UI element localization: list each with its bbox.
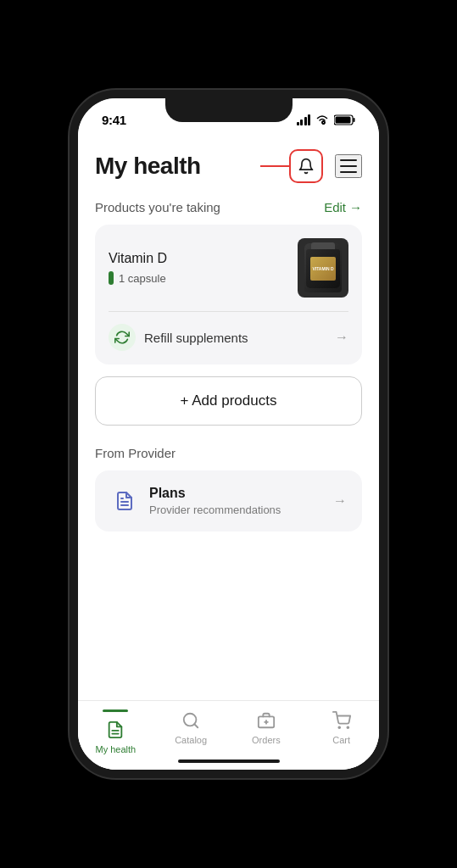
svg-line-9 [194, 724, 198, 727]
main-content: My health [78, 136, 379, 770]
product-image: VITAMIN D [298, 238, 348, 298]
screen: 9:41 [78, 98, 379, 770]
cart-icon [331, 709, 353, 732]
nav-item-cart[interactable]: Cart [304, 709, 379, 745]
phone-frame: 9:41 [70, 90, 387, 778]
refresh-icon [114, 330, 130, 345]
dosage-indicator [109, 271, 114, 285]
bottle-label-text: VITAMIN D [312, 266, 333, 272]
status-icons [297, 114, 356, 125]
home-indicator [178, 760, 280, 763]
plans-card[interactable]: Plans Provider recommendations → [95, 470, 362, 531]
refill-icon [109, 324, 136, 351]
bottle-label: VITAMIN D [310, 257, 336, 281]
plans-chevron-icon: → [333, 493, 347, 509]
product-row: Vitamin D 1 capsule VITAMIN D [109, 238, 348, 298]
dosage-text: 1 capsule [119, 272, 166, 285]
plans-subtitle: Provider recommendations [149, 504, 281, 516]
bottle-body: VITAMIN D [306, 249, 340, 288]
nav-label-catalog: Catalog [175, 735, 207, 745]
product-info: Vitamin D 1 capsule [109, 251, 167, 285]
notification-bell-button[interactable] [289, 149, 323, 183]
catalog-icon [180, 709, 202, 732]
from-provider-label: From Provider [95, 446, 362, 460]
bell-icon [298, 158, 315, 175]
products-section-header: Products you're taking Edit → [95, 200, 362, 214]
edit-link[interactable]: Edit → [324, 200, 362, 214]
nav-label-orders: Orders [252, 735, 281, 745]
orders-icon [255, 709, 277, 732]
product-name: Vitamin D [109, 251, 167, 266]
svg-rect-2 [336, 116, 351, 123]
svg-rect-1 [354, 118, 355, 122]
plans-document-icon [110, 487, 139, 515]
signal-icon [297, 114, 311, 125]
my-health-icon [104, 719, 126, 741]
nav-item-my-health[interactable]: My health [78, 709, 153, 754]
plans-name: Plans [149, 486, 281, 501]
header-actions [289, 149, 362, 183]
supplement-bottle: VITAMIN D [304, 243, 342, 292]
nav-active-indicator [103, 709, 128, 712]
hamburger-menu-button[interactable] [335, 154, 362, 178]
edit-arrow: → [349, 200, 362, 214]
plans-left: Plans Provider recommendations [110, 486, 281, 516]
edit-text: Edit [324, 200, 346, 214]
product-dosage: 1 capsule [109, 271, 167, 285]
bell-wrapper [289, 149, 323, 183]
nav-item-catalog[interactable]: Catalog [153, 709, 229, 745]
notch [165, 98, 293, 122]
menu-line-1 [340, 159, 357, 161]
status-time: 9:41 [102, 113, 126, 127]
nav-label-my-health: My health [96, 744, 137, 754]
products-card: Vitamin D 1 capsule VITAMIN D [95, 225, 362, 364]
nav-item-orders[interactable]: Orders [229, 709, 304, 745]
svg-point-13 [338, 726, 340, 728]
wifi-icon [315, 114, 329, 125]
refill-label: Refill supplements [144, 331, 248, 345]
add-products-label: + Add products [181, 392, 277, 409]
plans-info: Plans Provider recommendations [149, 486, 281, 516]
page-title: My health [95, 153, 201, 180]
refill-chevron-icon: → [335, 330, 348, 345]
add-products-button[interactable]: + Add products [95, 376, 362, 426]
nav-label-cart: Cart [332, 735, 350, 745]
menu-line-2 [340, 165, 357, 167]
products-section-label: Products you're taking [95, 200, 220, 214]
svg-point-14 [347, 726, 348, 728]
battery-icon [334, 114, 355, 125]
refill-row[interactable]: Refill supplements → [109, 324, 348, 351]
menu-line-3 [340, 171, 357, 173]
page-header: My health [95, 136, 362, 200]
refill-left: Refill supplements [109, 324, 248, 351]
bottle-cap [311, 242, 335, 249]
card-divider [109, 311, 348, 312]
